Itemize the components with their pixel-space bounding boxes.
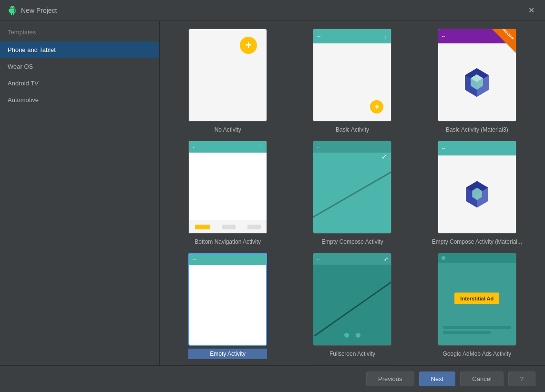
- template-thumb-nav-drawer: ← ⋮: [438, 365, 516, 365]
- template-thumb-empty-compose: ← ⤢: [313, 141, 391, 234]
- nav-tab-2: [247, 225, 261, 229]
- bottom-dots: [344, 333, 360, 338]
- sidebar-item-automotive[interactable]: Automotive: [0, 92, 159, 108]
- back-arrow-icon: ←: [441, 145, 446, 151]
- fullscreen-icon: ⤢: [384, 256, 388, 262]
- diagonal-line: [313, 157, 391, 218]
- expand-icon: ⤢: [381, 153, 387, 160]
- android-cube-icon: [460, 66, 494, 99]
- template-label-basic-activity: Basic Activity: [332, 124, 373, 135]
- template-item-empty-compose-material[interactable]: ←: [419, 141, 535, 247]
- template-thumb-maps: ← ⋮: [188, 365, 267, 365]
- new-project-dialog: New Project ✕ Templates Phone and Tablet…: [0, 0, 545, 392]
- back-arrow-icon: ←: [192, 144, 197, 150]
- template-item-empty-compose[interactable]: ← ⤢ Empty Compose Activity: [294, 141, 411, 247]
- template-thumb-login: ← ⋮: [313, 365, 391, 365]
- main-content: + No Activity ← ⋮ +: [160, 21, 545, 365]
- template-item-admob[interactable]: Interstitial Ad Google AdMob Ads Activit…: [419, 253, 535, 359]
- back-arrow-icon: ←: [316, 256, 321, 262]
- template-thumb-bottom-nav: ← ⋮: [188, 141, 267, 234]
- dot2: [356, 333, 360, 338]
- back-arrow-icon: ←: [316, 144, 321, 150]
- template-thumb-fullscreen: ← ⤢: [313, 253, 391, 346]
- template-thumb-basic-activity: ← ⋮ +: [313, 29, 391, 122]
- template-item-bottom-nav[interactable]: ← ⋮ Bottom Navigation Activity: [169, 141, 286, 247]
- sidebar-item-phone-tablet[interactable]: Phone and Tablet: [0, 41, 159, 58]
- template-thumb-basic-material3: ← ⋮: [438, 29, 516, 122]
- preview-ribbon: [492, 29, 516, 53]
- cancel-button[interactable]: Cancel: [460, 371, 503, 386]
- template-thumb-admob: Interstitial Ad: [438, 253, 516, 346]
- help-button[interactable]: ?: [508, 371, 535, 386]
- sidebar-item-android-tv[interactable]: Android TV: [0, 75, 159, 92]
- sidebar: Templates Phone and Tablet Wear OS Andro…: [0, 21, 160, 365]
- android-logo-icon: [8, 6, 17, 15]
- template-item-basic-activity[interactable]: ← ⋮ + Basic Activity: [294, 29, 411, 135]
- android-cube-material-icon: [462, 179, 493, 210]
- plus-circle-icon: +: [240, 37, 257, 54]
- next-button[interactable]: Next: [419, 371, 456, 386]
- template-thumb-empty-activity: ←: [188, 253, 267, 346]
- diagonal-line: [314, 267, 391, 337]
- template-grid-container[interactable]: + No Activity ← ⋮ +: [160, 21, 545, 365]
- back-arrow-icon: ←: [316, 33, 321, 39]
- template-item-fullscreen[interactable]: ← ⤢ Fullscreen Activity: [294, 253, 411, 359]
- back-arrow-icon: ←: [441, 33, 446, 39]
- sidebar-header: Templates: [0, 25, 159, 41]
- template-label-empty-activity: Empty Activity: [188, 349, 267, 359]
- title-bar-left: New Project: [8, 6, 57, 15]
- back-arrow-icon: ←: [192, 257, 197, 262]
- template-label-empty-compose-material: Empty Compose Activity (Material...: [428, 237, 526, 247]
- template-thumb-empty-compose-material: ←: [438, 141, 516, 234]
- content-lines: [443, 326, 511, 334]
- template-label-empty-compose: Empty Compose Activity: [318, 237, 387, 247]
- template-item-no-activity[interactable]: + No Activity: [169, 29, 286, 135]
- template-label-basic-material3: Basic Activity (Material3): [442, 124, 512, 135]
- menu-icon: ⋮: [383, 34, 388, 39]
- close-button[interactable]: ✕: [525, 5, 537, 16]
- dot1: [344, 333, 349, 338]
- template-item-basic-material3[interactable]: ← ⋮: [419, 29, 535, 135]
- template-thumb-no-activity: +: [188, 29, 267, 122]
- title-bar: New Project ✕: [0, 0, 545, 21]
- dialog-body: Templates Phone and Tablet Wear OS Andro…: [0, 21, 545, 365]
- template-label-no-activity: No Activity: [211, 124, 245, 135]
- template-label-bottom-nav: Bottom Navigation Activity: [191, 237, 265, 247]
- top-dot-icon: [441, 256, 446, 260]
- nav-tab-active: [195, 225, 210, 229]
- template-label-fullscreen: Fullscreen Activity: [326, 349, 379, 359]
- template-item-empty-activity[interactable]: ← Empty Activity: [169, 253, 286, 359]
- template-label-admob: Google AdMob Ads Activity: [439, 349, 515, 359]
- admob-badge: Interstitial Ad: [454, 292, 499, 304]
- dialog-footer: Previous Next Cancel ?: [0, 365, 545, 392]
- sidebar-item-wear-os[interactable]: Wear OS: [0, 58, 159, 75]
- previous-button[interactable]: Previous: [366, 371, 414, 386]
- template-grid: + No Activity ← ⋮ +: [169, 29, 535, 365]
- nav-tab-1: [222, 225, 236, 229]
- menu-icon: ⋮: [258, 144, 264, 150]
- window-title: New Project: [21, 7, 57, 14]
